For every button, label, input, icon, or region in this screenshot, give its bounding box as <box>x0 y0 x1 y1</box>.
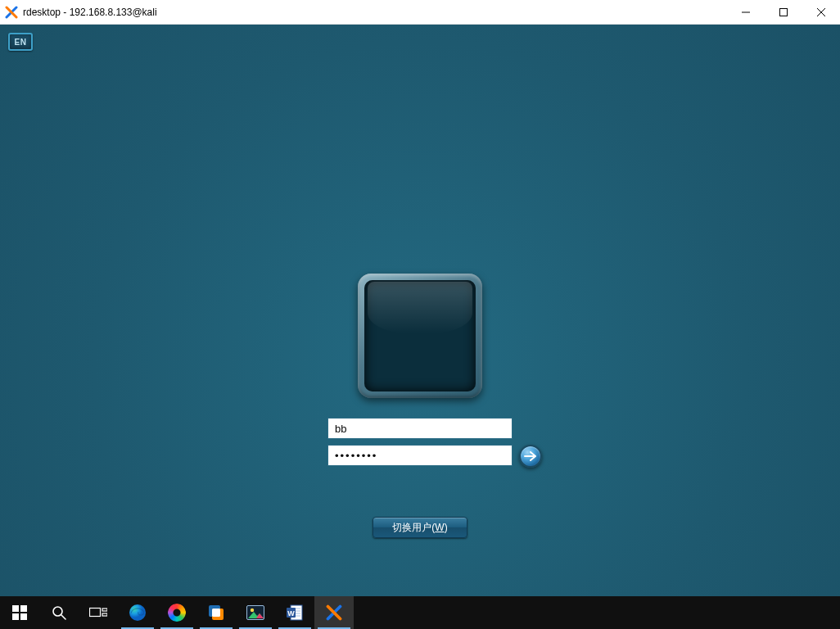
start-button[interactable] <box>0 596 39 629</box>
switch-user-label: 切换用户 <box>392 522 431 533</box>
word-app[interactable]: W <box>275 596 314 629</box>
host-window: rdesktop - 192.168.8.133@kali EN <box>0 0 840 596</box>
login-panel: 切换用户(W) <box>327 274 513 538</box>
switch-user-shortcut: W <box>435 522 444 533</box>
windows-logo-icon <box>10 603 29 622</box>
remote-desktop-session: EN 切换用户(W) <box>0 25 840 596</box>
language-indicator[interactable]: EN <box>8 33 33 51</box>
word-icon: W <box>285 603 305 622</box>
user-avatar <box>364 280 476 391</box>
svg-line-11 <box>61 615 65 619</box>
username-field[interactable] <box>327 418 513 439</box>
svg-rect-12 <box>90 609 101 617</box>
search-button[interactable] <box>39 596 79 629</box>
close-button[interactable] <box>802 0 840 24</box>
host-window-title: rdesktop - 192.168.8.133@kali <box>23 7 157 18</box>
credentials-stack <box>327 418 513 466</box>
arrow-right-icon <box>524 451 537 461</box>
svg-rect-18 <box>212 609 220 617</box>
chrome-icon <box>167 603 187 622</box>
task-view-button[interactable] <box>79 596 118 629</box>
svg-rect-14 <box>102 613 107 616</box>
svg-point-20 <box>251 609 254 612</box>
mobaxterm-app[interactable] <box>314 596 354 629</box>
maximize-button[interactable] <box>765 0 802 24</box>
submit-login-button[interactable] <box>519 445 542 468</box>
edge-browser[interactable] <box>118 596 157 629</box>
vmware-icon <box>206 603 226 622</box>
image-icon <box>246 603 265 622</box>
app-icon <box>5 6 18 19</box>
chrome-browser[interactable] <box>157 596 196 629</box>
svg-rect-9 <box>20 613 27 620</box>
svg-rect-8 <box>12 613 19 620</box>
svg-point-15 <box>129 604 146 621</box>
host-taskbar: W <box>0 596 840 629</box>
svg-rect-3 <box>780 8 788 16</box>
edge-icon <box>128 603 147 622</box>
user-avatar-frame <box>358 274 482 398</box>
mobaxterm-icon <box>324 603 344 622</box>
host-titlebar[interactable]: rdesktop - 192.168.8.133@kali <box>0 0 840 25</box>
password-field[interactable] <box>327 445 513 466</box>
image-viewer[interactable] <box>236 596 275 629</box>
search-icon <box>49 603 69 622</box>
task-view-icon <box>88 603 108 622</box>
vmware-workstation[interactable] <box>196 596 236 629</box>
svg-rect-6 <box>12 605 19 612</box>
svg-point-10 <box>53 607 62 616</box>
svg-text:W: W <box>287 609 295 618</box>
svg-rect-7 <box>20 605 27 612</box>
svg-rect-13 <box>102 609 107 611</box>
switch-user-button[interactable]: 切换用户(W) <box>373 517 467 538</box>
minimize-button[interactable] <box>727 0 765 24</box>
